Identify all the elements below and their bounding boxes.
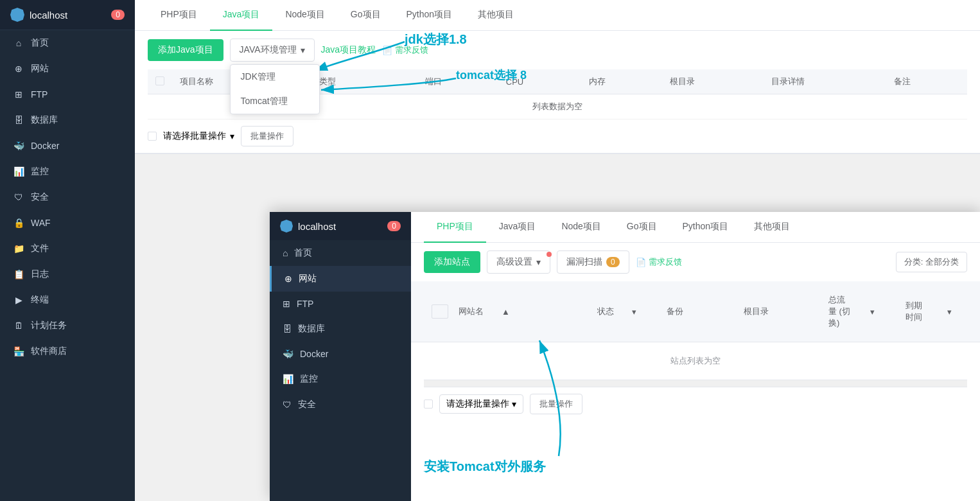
dropdown-item-jdk[interactable]: JDK管理	[231, 65, 319, 89]
second-sidebar-docker[interactable]: 🐳 Docker	[270, 342, 411, 366]
second-sidebar-ftp[interactable]: ⊞ FTP	[270, 292, 411, 316]
feedback-button[interactable]: 📄 需求反馈	[382, 44, 428, 56]
advanced-settings-button[interactable]: 高级设置 ▾	[487, 251, 550, 274]
second-sidebar-monitor[interactable]: 📊 监控	[270, 366, 411, 392]
main-content: PHP项目 Java项目 Node项目 Go项目 Python项目 其他项目 添…	[135, 0, 980, 501]
second-tab-java[interactable]: Java项目	[486, 212, 549, 243]
dropdown-item-tomcat[interactable]: Tomcat管理	[231, 89, 319, 114]
doc-icon: 📄	[382, 46, 392, 55]
sidebar-item-terminal[interactable]: ▶ 终端	[0, 287, 135, 313]
sidebar-logo-text: localhost	[30, 10, 67, 21]
sidebar-item-ftp[interactable]: ⊞ FTP	[0, 82, 135, 107]
classify-button[interactable]: 分类: 全部分类	[896, 252, 967, 272]
tab-java[interactable]: Java项目	[210, 0, 273, 31]
java-tutorial-button[interactable]: Java项目教程	[321, 44, 376, 56]
monitor-icon: 📊	[13, 166, 24, 177]
second-tab-other[interactable]: 其他项目	[741, 212, 803, 243]
second-tab-php[interactable]: PHP项目	[424, 212, 486, 243]
second-sidebar-home[interactable]: ⌂ 首页	[270, 240, 411, 266]
tab-other[interactable]: 其他项目	[465, 0, 527, 31]
shield-icon: 🛡	[13, 191, 24, 203]
second-toolbar: 添加站点 高级设置 ▾ 漏洞扫描 0 📄 需求反馈 分类: 全部分类	[411, 243, 980, 281]
top-panel: PHP项目 Java项目 Node项目 Go项目 Python项目 其他项目 添…	[135, 0, 980, 154]
home-icon: ⌂	[13, 37, 24, 49]
advanced-chevron-icon: ▾	[536, 257, 541, 267]
sidebar-item-home[interactable]: ⌂ 首页	[0, 30, 135, 56]
sidebar-header: localhost 0	[0, 0, 135, 30]
second-sidebar-database[interactable]: 🗄 数据库	[270, 316, 411, 342]
tab-python[interactable]: Python项目	[394, 0, 466, 31]
sidebar-item-label: 数据库	[31, 114, 58, 126]
store-icon: 🏪	[13, 346, 24, 357]
tab-node[interactable]: Node项目	[272, 0, 337, 31]
docker-icon: 🐳	[13, 140, 24, 152]
sidebar-item-docker[interactable]: 🐳 Docker	[0, 133, 135, 159]
sidebar-item-label: 监控	[31, 166, 49, 177]
sidebar-item-label: 终端	[31, 294, 49, 306]
vuln-scan-label: 漏洞扫描	[566, 256, 602, 268]
second-bottom-toolbar: 请选择批量操作 ▾ 批量操作	[411, 387, 980, 421]
file-icon: 📁	[13, 243, 24, 254]
sidebar-item-label: FTP	[31, 89, 48, 100]
sidebar-item-files[interactable]: 📁 文件	[0, 236, 135, 261]
second-logo-text: localhost	[298, 221, 336, 232]
col-remark: 备注	[886, 69, 967, 94]
ftp-icon: ⊞	[13, 89, 24, 100]
tab-bar: PHP项目 Java项目 Node项目 Go项目 Python项目 其他项目	[135, 0, 980, 31]
second-tab-node[interactable]: Node项目	[548, 212, 613, 243]
sidebar-item-label: Docker	[31, 141, 59, 151]
sidebar-brand: localhost	[10, 8, 67, 22]
add-site-button[interactable]: 添加站点	[424, 251, 480, 273]
sidebar-item-label: WAF	[31, 218, 51, 228]
horizontal-scrollbar[interactable]	[424, 380, 967, 387]
sidebar: localhost 0 ⌂ 首页 ⊕ 网站 ⊞ FTP 🗄 数据库 🐳 Dock…	[0, 0, 135, 501]
brand-shield-icon	[10, 8, 24, 22]
batch-select-wrapper: 请选择批量操作 ▾	[163, 130, 234, 142]
sidebar-item-database[interactable]: 🗄 数据库	[0, 107, 135, 133]
batch-chevron-icon: ▾	[230, 131, 234, 141]
batch-action-button[interactable]: 批量操作	[241, 126, 293, 146]
second-batch-placeholder: 请选择批量操作	[446, 398, 509, 410]
second-bottom-checkbox[interactable]	[424, 400, 433, 409]
col-memory: 内存	[581, 69, 662, 94]
second-table-empty: 站点列表为空	[411, 342, 980, 380]
second-batch-button[interactable]: 批量操作	[530, 394, 582, 414]
terminal-icon: ▶	[13, 294, 24, 306]
sidebar-item-logs[interactable]: 📋 日志	[0, 261, 135, 287]
second-feedback-button[interactable]: 📄 需求反馈	[636, 256, 682, 268]
second-globe-icon: ⊕	[284, 274, 292, 284]
advanced-label: 高级设置	[496, 256, 532, 268]
select-all-checkbox[interactable]	[155, 76, 164, 85]
sidebar-item-website[interactable]: ⊕ 网站	[0, 56, 135, 82]
second-window: localhost 0 ⌂ 首页 ⊕ 网站 ⊞ FTP 🗄	[270, 212, 980, 501]
sidebar-item-cron[interactable]: 🗓 计划任务	[0, 313, 135, 338]
sidebar-item-label: 文件	[31, 243, 49, 254]
second-monitor-icon: 📊	[283, 374, 293, 384]
sidebar-item-security[interactable]: 🛡 安全	[0, 184, 135, 210]
feedback-label: 需求反馈	[395, 44, 428, 56]
second-sidebar-website[interactable]: ⊕ 网站	[270, 266, 411, 292]
bottom-select-all[interactable]	[148, 132, 157, 141]
second-sidebar-security[interactable]: 🛡 安全	[270, 392, 411, 418]
tab-php[interactable]: PHP项目	[148, 0, 210, 31]
second-tab-python[interactable]: Python项目	[670, 212, 742, 243]
advanced-settings-wrapper: 高级设置 ▾	[487, 251, 550, 274]
java-env-dropdown-menu: JDK管理 Tomcat管理	[230, 64, 320, 114]
sidebar-item-store[interactable]: 🏪 软件商店	[0, 338, 135, 364]
vuln-scan-button[interactable]: 漏洞扫描 0	[557, 251, 629, 274]
java-env-dropdown-wrapper: JAVA环境管理 ▾ JDK管理 Tomcat管理	[230, 39, 315, 62]
sidebar-item-waf[interactable]: 🔒 WAF	[0, 210, 135, 236]
database-icon: 🗄	[13, 114, 24, 126]
java-env-button[interactable]: JAVA环境管理 ▾	[230, 39, 315, 62]
tab-go[interactable]: Go项目	[338, 0, 394, 31]
sidebar-menu: ⌂ 首页 ⊕ 网站 ⊞ FTP 🗄 数据库 🐳 Docker 📊 监控 🛡 安全…	[0, 30, 135, 501]
toolbar: 添加Java项目 JAVA环境管理 ▾ JDK管理 Tomcat管理 Java项…	[135, 31, 980, 69]
expire-chevron-icon: ▾	[940, 301, 959, 323]
second-tab-go[interactable]: Go项目	[614, 212, 670, 243]
advanced-red-dot	[547, 252, 552, 257]
add-java-button[interactable]: 添加Java项目	[148, 39, 223, 61]
second-sidebar-label: 监控	[300, 373, 318, 385]
second-sidebar-label: 数据库	[298, 323, 325, 335]
vuln-badge: 0	[606, 257, 620, 267]
sidebar-item-monitor[interactable]: 📊 监控	[0, 159, 135, 184]
